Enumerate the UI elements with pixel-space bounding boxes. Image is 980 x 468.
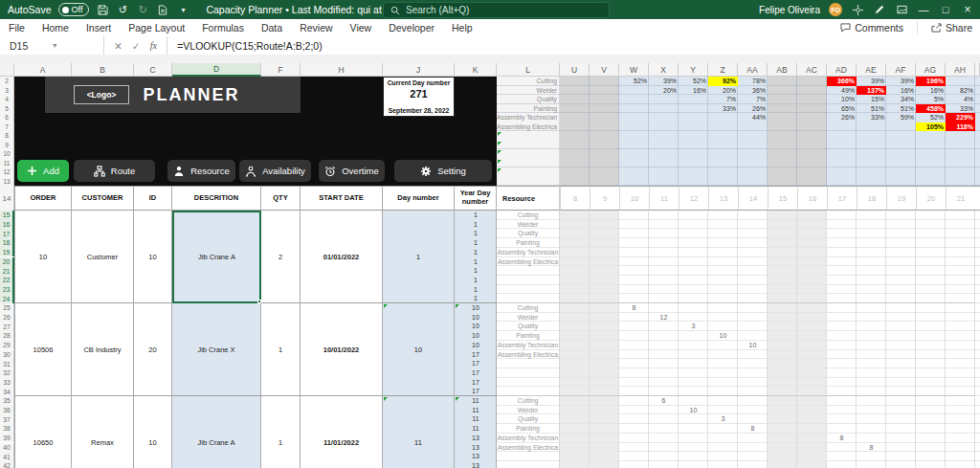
share-button[interactable]: Share <box>931 22 972 33</box>
table-header-F[interactable]: QTY <box>261 186 301 211</box>
column-header-J[interactable]: J <box>383 63 455 77</box>
column-header-AA[interactable]: AA <box>738 63 768 77</box>
cell-resource[interactable]: Assembling Electrica <box>497 257 559 267</box>
cell-hours[interactable]: 8 <box>827 434 857 443</box>
cell-resource[interactable]: Quality <box>497 414 559 424</box>
day-number-header-19[interactable]: 19 <box>886 186 916 211</box>
toolbar-caret-icon[interactable]: ▾ <box>176 3 189 16</box>
row-header-3[interactable]: 3 <box>0 86 14 96</box>
summary-cell-AE[interactable]: 15% <box>857 95 886 104</box>
summary-cell-AA[interactable]: 44% <box>738 113 768 123</box>
cell-customer[interactable]: CB Industry <box>72 303 134 396</box>
availability-button[interactable]: Availability <box>239 160 311 182</box>
column-header-AG[interactable]: AG <box>916 63 946 77</box>
cell-year-day[interactable]: 1 <box>455 229 497 238</box>
cell-year-day[interactable]: 1 <box>455 257 497 267</box>
row-header-13[interactable]: 13 <box>0 177 14 187</box>
row-header-7[interactable]: 7 <box>0 123 14 132</box>
summary-cell-AG[interactable]: 105% <box>916 123 946 132</box>
summary-cell-X[interactable]: 20% <box>649 86 679 96</box>
row-header-40[interactable]: 40 <box>0 443 14 453</box>
summary-cell-AG[interactable]: 196% <box>916 77 946 86</box>
summary-cell-AD[interactable]: 10% <box>827 95 857 104</box>
summary-cell-Z[interactable]: 33% <box>708 104 738 114</box>
insert-function-icon[interactable]: fx <box>150 40 158 51</box>
column-header-AH[interactable]: AH <box>946 63 975 77</box>
tab-review[interactable]: Review <box>291 22 341 33</box>
comments-button[interactable]: Comments <box>840 22 903 33</box>
column-header-AD[interactable]: AD <box>827 63 857 77</box>
summary-cell-AH[interactable]: 4% <box>946 95 975 104</box>
row-header-31[interactable]: 31 <box>0 359 14 368</box>
day-number-header-18[interactable]: 18 <box>857 186 886 211</box>
autosave-toggle[interactable]: Off <box>58 3 90 16</box>
cell-hours[interactable]: 8 <box>738 424 768 434</box>
cell-id[interactable]: 10 <box>134 396 172 468</box>
restore-icon[interactable]: □ <box>939 3 952 16</box>
tab-view[interactable]: View <box>342 22 381 33</box>
name-box[interactable]: D15 ▾ <box>0 36 104 55</box>
summary-cell-AH[interactable]: 229% <box>946 113 975 123</box>
cell-start-date[interactable]: 10/01/2022 <box>301 303 383 396</box>
cell-year-day[interactable]: 1 <box>455 285 497 295</box>
cancel-icon[interactable]: ✕ <box>114 40 122 52</box>
cell-description[interactable]: Jib Crane A <box>172 211 261 303</box>
summary-cell-AA[interactable]: 7% <box>738 95 768 104</box>
cell-year-day[interactable]: 1 <box>455 248 497 257</box>
day-number-header-20[interactable]: 20 <box>916 186 946 211</box>
table-header-resource[interactable]: Resource <box>497 186 560 211</box>
cell-resource[interactable]: Welder <box>497 313 559 323</box>
cell-year-day[interactable]: 11 <box>455 406 497 415</box>
route-button[interactable]: Route <box>74 160 155 182</box>
cell-year-day[interactable]: 11 <box>455 396 497 406</box>
day-number-header-21[interactable]: 21 <box>946 186 975 211</box>
cell-year-day[interactable]: 13 <box>455 461 497 468</box>
column-header-D[interactable]: D <box>172 63 261 77</box>
cell-order[interactable]: 10506 <box>14 303 72 396</box>
row-header-17[interactable]: 17 <box>0 229 14 238</box>
column-header-AF[interactable]: AF <box>886 63 916 77</box>
day-number-header-16[interactable]: 16 <box>797 186 827 211</box>
cell-customer[interactable]: Customer <box>72 211 134 303</box>
cell-resource[interactable]: Cutting <box>497 211 559 220</box>
cell-start-date[interactable]: 01/01/2022 <box>301 211 383 303</box>
namebox-caret-icon[interactable]: ▾ <box>53 41 56 50</box>
image-icon[interactable] <box>895 3 908 16</box>
summary-cell-AD[interactable]: 26% <box>827 113 857 123</box>
cell-day-number[interactable]: 10 <box>383 303 455 396</box>
cell-year-day[interactable]: 10 <box>455 313 497 323</box>
row-header-25[interactable]: 25 <box>0 303 14 313</box>
row-header-23[interactable]: 23 <box>0 285 14 295</box>
day-number-header-15[interactable]: 15 <box>768 186 797 211</box>
column-header-W[interactable]: W <box>619 63 649 77</box>
tab-home[interactable]: Home <box>33 22 78 33</box>
cell-resource[interactable]: Quality <box>497 322 559 331</box>
cell-resource[interactable]: Assembling Electrica <box>497 350 559 360</box>
row-header-33[interactable]: 33 <box>0 378 14 388</box>
day-number-header-13[interactable]: 13 <box>708 186 738 211</box>
row-header-14[interactable]: 14 <box>0 186 14 211</box>
tab-data[interactable]: Data <box>253 22 291 33</box>
column-header-Z[interactable]: Z <box>708 63 738 77</box>
cell-resource[interactable]: Quality <box>497 229 559 238</box>
row-header-6[interactable]: 6 <box>0 113 14 123</box>
row-header-24[interactable]: 24 <box>0 294 14 303</box>
cell-qty[interactable]: 1 <box>261 303 301 396</box>
column-header-AE[interactable]: AE <box>857 63 886 77</box>
summary-cell-AD[interactable]: 65% <box>827 104 857 114</box>
cell-qty[interactable]: 1 <box>261 396 301 468</box>
summary-cell-AF[interactable]: 59% <box>886 113 916 123</box>
column-header-F[interactable]: F <box>261 63 301 77</box>
row-header-41[interactable]: 41 <box>0 452 14 461</box>
summary-cell-AE[interactable]: 33% <box>857 113 886 123</box>
row-header-42[interactable]: 42 <box>0 461 14 468</box>
summary-cell-AE[interactable]: 137% <box>857 86 886 96</box>
summary-cell-AE[interactable]: 39% <box>857 77 886 86</box>
summary-cell-X[interactable]: 39% <box>649 77 679 86</box>
column-header-K[interactable]: K <box>455 63 497 77</box>
cell-year-day[interactable]: 11 <box>455 414 497 424</box>
cell-year-day[interactable]: 1 <box>455 276 497 285</box>
day-number-header-11[interactable]: 11 <box>649 186 679 211</box>
row-header-38[interactable]: 38 <box>0 424 14 434</box>
cell-qty[interactable]: 2 <box>261 211 301 303</box>
